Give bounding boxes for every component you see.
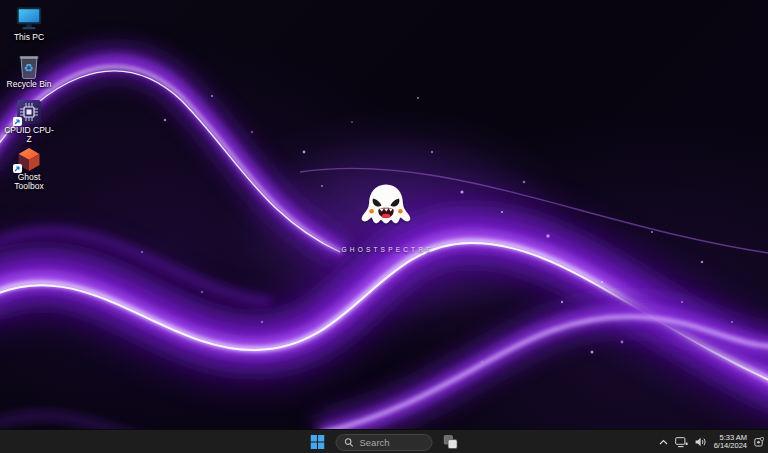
task-view-icon <box>444 435 458 449</box>
shortcut-arrow-icon <box>13 164 22 173</box>
chevron-up-icon <box>659 439 668 446</box>
icon-label: This PC <box>14 33 44 42</box>
ghost-spectre-logo: GHOSTSPECTRE <box>306 181 466 253</box>
search-placeholder: Search <box>360 437 390 448</box>
taskbar-search-box[interactable]: Search <box>336 434 433 451</box>
desktop-icon-ghost-toolbox[interactable]: Ghost Toolbox <box>0 143 58 190</box>
computer-monitor-icon <box>15 5 43 32</box>
tray-date: 6/14/2024 <box>714 442 747 451</box>
notification-center-button[interactable] <box>754 432 764 452</box>
notification-icon <box>754 437 764 447</box>
hidden-icons-button[interactable] <box>659 432 668 452</box>
ghost-mascot-icon <box>352 181 420 243</box>
desktop-icon-this-pc[interactable]: This PC <box>0 2 58 49</box>
tray-clock[interactable]: 5:33 AM 6/14/2024 <box>714 434 747 451</box>
svg-text:♻: ♻ <box>24 61 34 73</box>
task-view-button[interactable] <box>441 432 461 452</box>
icon-label: Recycle Bin <box>7 80 52 89</box>
speaker-volume-icon <box>695 437 707 447</box>
network-button[interactable] <box>675 432 688 452</box>
cpu-chip-icon <box>15 99 43 125</box>
desktop-icon-list: This PC ♻ Recycle Bin <box>0 2 58 190</box>
start-button[interactable] <box>308 432 328 452</box>
taskbar: Search <box>0 429 768 453</box>
icon-label: CPUID CPU-Z <box>3 126 55 144</box>
cube-icon <box>15 146 43 172</box>
system-tray: 5:33 AM 6/14/2024 <box>659 430 764 453</box>
desktop-icon-recycle-bin[interactable]: ♻ Recycle Bin <box>0 49 58 96</box>
logo-wordmark: GHOSTSPECTRE <box>338 246 433 253</box>
desktop-screen: This PC ♻ Recycle Bin <box>0 0 768 453</box>
shortcut-arrow-icon <box>13 117 22 126</box>
volume-button[interactable] <box>695 432 707 452</box>
windows-start-icon <box>311 435 325 449</box>
taskbar-center-group: Search <box>308 430 461 453</box>
recycle-bin-icon: ♻ <box>15 52 43 79</box>
icon-label: Ghost Toolbox <box>3 173 55 191</box>
search-icon <box>345 438 354 447</box>
desktop-icon-cpuz[interactable]: CPUID CPU-Z <box>0 96 58 143</box>
ethernet-network-icon <box>675 437 688 448</box>
